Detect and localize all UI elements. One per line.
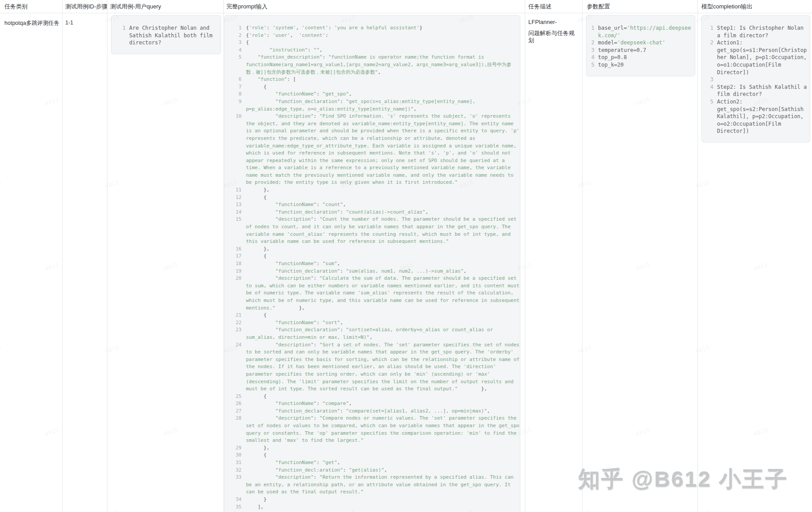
- code-line: 3: [702, 76, 810, 83]
- task-description-line1: LFPlanner-: [528, 19, 579, 26]
- code-text: "function_declaration": "sort(set=alias,…: [246, 326, 519, 341]
- line-number: 32: [225, 467, 242, 474]
- code-line: 12 {: [225, 194, 520, 202]
- code-line: 1Step1: Is Christopher Nolan a film dire…: [702, 24, 810, 39]
- code-line: 15 "description": "Count the number of n…: [225, 216, 520, 245]
- column-header-param-config: 参数配置: [582, 0, 697, 13]
- code-line: 20 "description": "Calculate the sum of …: [225, 275, 520, 312]
- line-number: 1: [225, 24, 242, 32]
- code-text: "function_declaration": "sum(alias, num1…: [246, 268, 519, 275]
- code-text: top_k=20: [598, 61, 691, 69]
- code-text: "functionName": "get",: [246, 459, 519, 467]
- line-number: 28: [225, 415, 242, 422]
- line-number: 22: [225, 319, 242, 327]
- column-case-id-step: 测试用例ID-步骤 1-1: [63, 0, 107, 512]
- column-task-category: 任务类别 hotpotqa多跳评测任务: [0, 0, 63, 512]
- line-number: 19: [225, 268, 242, 275]
- code-text: }: [246, 496, 519, 504]
- code-text: {: [246, 83, 519, 91]
- code-text: temperature=0.7: [598, 47, 691, 54]
- code-text: },: [246, 246, 519, 253]
- code-text: base_url='https://api.deepseek.com/': [598, 24, 691, 39]
- line-number: 8: [225, 91, 242, 98]
- code-text: Step2: Is Sathish Kalathil a film direct…: [717, 83, 809, 98]
- code-line: 13 "functionName": "count",: [225, 201, 520, 209]
- param-config-code-lines: 1base_url='https://api.deepseek.com/'2mo…: [586, 24, 695, 69]
- line-number: 17: [225, 253, 242, 260]
- completion-code-block: 1Step1: Is Christopher Nolan a film dire…: [701, 15, 810, 143]
- code-line: 24 "description": "Sort a set of nodes. …: [225, 341, 520, 393]
- column-header-completion-output: 模型completion输出: [698, 0, 812, 13]
- line-number: 1: [702, 24, 713, 32]
- line-number: 20: [225, 275, 242, 282]
- code-text: "description": "Find SPO information. 's…: [246, 113, 519, 187]
- code-line: 5 "function_description": "functionName …: [225, 54, 520, 76]
- line-number: 5: [702, 98, 713, 106]
- line-number: 10: [225, 113, 242, 120]
- line-number: 26: [225, 400, 242, 408]
- code-line: 2{'role': 'user', 'content':: [225, 32, 520, 40]
- code-line: 30 {: [225, 452, 520, 459]
- line-number: 7: [225, 83, 242, 91]
- line-number: 33: [225, 474, 242, 481]
- column-header-prompt-input: 完整prompt输入: [224, 0, 525, 13]
- line-number: 12: [225, 194, 242, 202]
- code-text: "function_declaration": "compare(set=[al…: [246, 408, 519, 415]
- code-text: },: [246, 187, 519, 194]
- code-line: 32 "function_decl:aration": "get(alias)"…: [225, 467, 520, 474]
- line-number: 15: [225, 216, 242, 223]
- code-text: "functionName": "sort",: [246, 319, 519, 327]
- code-line: 21 {: [225, 312, 520, 319]
- code-text: "functionName": "sum",: [246, 260, 519, 268]
- code-line: 17 {: [225, 253, 520, 260]
- line-number: 5: [225, 54, 242, 61]
- code-text: "function_description": "functionName is…: [246, 54, 519, 76]
- code-line: 4Step2: Is Sathish Kalathil a film direc…: [702, 83, 810, 98]
- line-number: 3: [702, 76, 713, 83]
- code-line: 1{'role': 'system', 'content': 'you are …: [225, 24, 520, 32]
- line-number: 4: [586, 54, 594, 61]
- column-param-config: 参数配置 1base_url='https://api.deepseek.com…: [582, 0, 698, 512]
- code-text: model='deepseek-chat': [598, 39, 691, 47]
- code-line: 31 "functionName": "get",: [225, 459, 520, 467]
- line-number: 29: [225, 445, 242, 452]
- prompt-code-lines: 1{'role': 'system', 'content': 'you are …: [225, 24, 520, 512]
- code-text: top_p=0.8: [598, 54, 691, 61]
- line-number: 6: [225, 76, 242, 83]
- code-text: "function_declaration": "get_spo(s=s_ali…: [246, 98, 519, 113]
- code-text: },: [246, 445, 519, 452]
- code-text: "description": "Return the information r…: [246, 474, 519, 496]
- code-text: {'role': 'user', 'content':: [246, 32, 519, 40]
- line-number: 4: [702, 83, 713, 91]
- code-text: "description": "Sort a set of nodes. The…: [246, 341, 519, 393]
- code-text: Action2: get_spo(s=s2:Person[Sathish Kal…: [717, 98, 809, 135]
- line-number: 5: [586, 61, 594, 69]
- code-text: {: [246, 452, 519, 459]
- code-text: {: [246, 393, 519, 401]
- column-completion-output: 模型completion输出 1Step1: Is Christopher No…: [698, 0, 812, 512]
- code-line: 18 "functionName": "sum",: [225, 260, 520, 268]
- line-number: 18: [225, 260, 242, 268]
- code-line: 26 "functionName": "compare",: [225, 400, 520, 408]
- page: 任务类别 hotpotqa多跳评测任务 测试用例ID-步骤 1-1 测试用例-用…: [0, 0, 812, 512]
- line-number: 24: [225, 341, 242, 349]
- code-line: 11 },: [225, 187, 520, 194]
- code-line: 2Action1: get_spo(s=s1:Person[Christophe…: [702, 39, 810, 76]
- code-text: {: [246, 194, 519, 202]
- code-line: 5Action2: get_spo(s=s2:Person[Sathish Ka…: [702, 98, 810, 135]
- column-header-task-category: 任务类别: [0, 0, 62, 13]
- column-header-user-query: 测试用例-用户query: [107, 0, 223, 13]
- code-line: 19 "function_declaration": "sum(alias, n…: [225, 268, 520, 275]
- code-text: {: [246, 312, 519, 319]
- code-line: 34 }: [225, 496, 520, 504]
- code-line: 3temperature=0.7: [586, 47, 695, 54]
- code-text: Are Christopher Nolan and Sathish Kalath…: [129, 24, 214, 47]
- line-number: 21: [225, 312, 242, 319]
- code-line: 14 "function_declaration": "count(alias)…: [225, 209, 520, 216]
- code-line: 10 "description": "Find SPO information.…: [225, 113, 520, 187]
- code-text: "function_declaration": "count(alias)->c…: [246, 209, 519, 216]
- code-text: "description": "Compare nodes or numeric…: [246, 415, 519, 444]
- task-description-line2: 问题解析与任务规划: [528, 30, 579, 44]
- code-line: 1base_url='https://api.deepseek.com/': [586, 24, 695, 39]
- code-line: 28 "description": "Compare nodes or nume…: [225, 415, 520, 444]
